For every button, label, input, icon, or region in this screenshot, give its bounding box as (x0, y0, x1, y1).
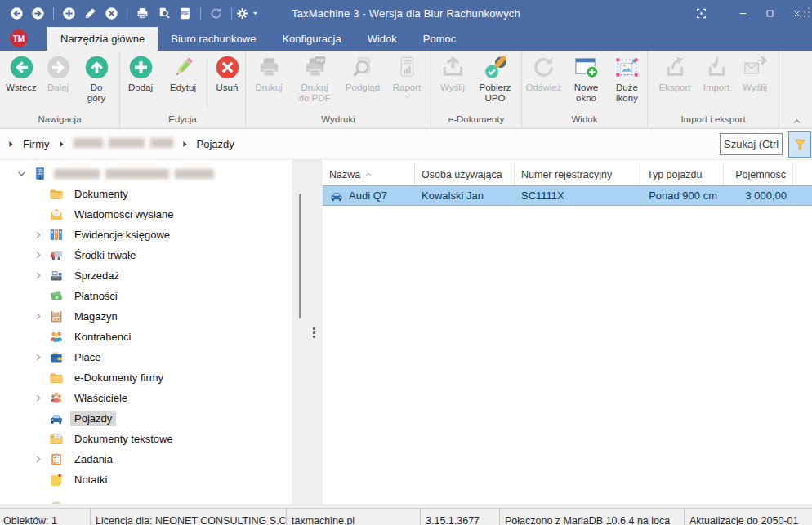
ribbon-button-wyslij[interactable]: Wyślij (736, 55, 774, 93)
ribbon-button-dodaj[interactable]: Dodaj (120, 55, 161, 93)
ribbon-button-usun[interactable]: Usuń (209, 55, 245, 93)
ribbon-button-raport[interactable]: Raport (386, 55, 428, 100)
qa-add-button[interactable] (59, 3, 79, 24)
tree-item-e-dokumenty-firmy[interactable]: e-Dokumenty firmy (0, 367, 292, 388)
breadcrumb-item-firmy[interactable]: Firmy (23, 138, 50, 150)
note-icon (49, 473, 65, 487)
tree-item-company[interactable] (0, 163, 292, 184)
ribbon-button-eksport[interactable]: Eksport (653, 55, 697, 93)
breadcrumb-item-pojazdy[interactable]: Pojazdy (197, 138, 234, 150)
tab-biuro-rachunkowe[interactable]: Biuro rachunkowe (158, 27, 269, 51)
chevron-right-icon[interactable] (33, 270, 44, 282)
ribbon-button-nowe-okno[interactable]: Nowe okno (565, 55, 608, 104)
ribbon-button-import[interactable]: Import (697, 55, 736, 93)
qa-refresh-button[interactable] (206, 3, 226, 24)
tree-item-magazyn[interactable]: Magazyn (0, 306, 292, 327)
chevron-none (33, 434, 44, 445)
ribbon-button-dalej[interactable]: Dalej (40, 55, 76, 93)
breadcrumb-row: FirmyPojazdy (0, 129, 812, 160)
chevron-right-icon[interactable] (33, 454, 44, 465)
qa-print-button[interactable] (132, 3, 153, 24)
tree-item-kontrahenci[interactable]: Kontrahenci (0, 327, 292, 347)
tab-konfiguracja[interactable]: Konfiguracja (269, 27, 354, 51)
tree-item-platnosci[interactable]: Płatności (0, 286, 292, 306)
tree-item-srodki-trwale[interactable]: Środki trwałe (0, 245, 292, 265)
tree-item-ewidencje-ksiegowe[interactable]: Ewidencje księgowe (0, 225, 292, 245)
tree-item-wlasciciele[interactable]: Właściciele (0, 388, 292, 408)
tree-item-dokumenty[interactable]: Dokumenty (0, 184, 292, 204)
app-logo[interactable]: TM (10, 29, 28, 47)
status-cell-3: 3.15.1.3677 (421, 509, 500, 525)
edit-pencil-icon (171, 55, 196, 80)
qa-print-icon (136, 7, 149, 20)
column-header-filler (793, 163, 812, 185)
close-button[interactable] (783, 0, 810, 27)
breadcrumb-item-company[interactable] (74, 138, 173, 150)
ribbon-button-drukuj-do-pdf[interactable]: PdfDrukuj do PDF (289, 55, 340, 104)
collapse-ribbon-button[interactable] (791, 115, 804, 126)
table-row-audi-q7[interactable]: Audi Q7Kowalski JanSC1111XPonad 900 cm3 … (323, 185, 812, 206)
ribbon-tabs: Narzędzia główneBiuro rachunkoweKonfigur… (47, 27, 469, 51)
toolbar-separator (200, 7, 201, 20)
qa-print-preview-button[interactable] (154, 3, 174, 24)
capture-button[interactable] (688, 0, 715, 27)
chevron-right-icon[interactable] (33, 311, 44, 323)
column-header-nazwa[interactable]: Nazwa (323, 163, 415, 185)
qa-settings-button[interactable] (237, 3, 257, 24)
breadcrumb: FirmyPojazdy (7, 129, 234, 159)
ribbon-button-do-gory[interactable]: Do góry (76, 55, 117, 104)
minimize-button[interactable] (729, 0, 756, 27)
ribbon-button-podglad[interactable]: Podgląd (340, 55, 386, 93)
search-input[interactable] (720, 133, 783, 155)
export-icon (663, 55, 688, 80)
tree-scrollbar-thumb[interactable] (299, 194, 301, 318)
qa-back-button[interactable] (7, 3, 27, 24)
chevron-none (33, 413, 44, 425)
toolbar-separator (231, 7, 232, 20)
qa-delete-button[interactable] (101, 3, 122, 24)
filter-button[interactable] (788, 131, 811, 158)
column-header-numer-rejestracyjny[interactable]: Numer rejestracyjny (515, 163, 640, 185)
column-header-pojemnosc[interactable]: Pojemność (724, 163, 793, 185)
tree-item-place[interactable]: Płace (0, 347, 292, 367)
qa-forward-button[interactable] (28, 3, 48, 24)
tree-item-zadania[interactable]: Zadania (0, 449, 292, 469)
tree-item-wiadomosci-wyslane[interactable]: Wiadomości wysłane (0, 204, 292, 225)
ribbon-button-edytuj[interactable]: Edytuj (161, 55, 205, 93)
ribbon-group-label: e-Dokumenty (431, 113, 521, 128)
ribbon-button-duze-ikony[interactable]: Duże ikony (608, 55, 647, 104)
splitter-handle[interactable] (313, 327, 315, 340)
tree-item-dokumenty-tekstowe[interactable]: Dokumenty tekstowe (0, 429, 292, 449)
cell-value: 3 000,00 (745, 189, 787, 202)
tab-narzedzia-glowne[interactable]: Narzędzia główne (47, 27, 158, 51)
tree-item-notatki[interactable]: Notatki (0, 469, 292, 490)
qa-edit-button[interactable] (80, 3, 100, 24)
chevron-right-icon[interactable] (33, 229, 44, 241)
ribbon-group-wydruki: DrukujPdfDrukuj do PDFPodglądRaportWydru… (246, 51, 431, 128)
ribbon-button-wstecz[interactable]: Wstecz (2, 55, 40, 93)
ribbon-button-drukuj[interactable]: Drukuj (248, 55, 289, 93)
breadcrumb-arrow-icon (181, 140, 190, 149)
maximize-button[interactable] (756, 0, 783, 27)
column-header-osoba-uzywajaca[interactable]: Osoba używająca (415, 163, 515, 185)
tree-item-pojazdy[interactable]: Pojazdy (0, 408, 292, 429)
up-circle-icon (84, 55, 109, 80)
send-tray-icon (440, 55, 466, 80)
delete-circle-icon (215, 55, 240, 80)
tree-item-partial[interactable] (0, 490, 292, 504)
tree-item-sprzedaz[interactable]: Sprzedaż (0, 265, 292, 286)
ribbon-button-odswiez[interactable]: Odśwież (523, 55, 565, 93)
qa-delete-icon (105, 7, 118, 20)
tab-widok[interactable]: Widok (355, 27, 410, 51)
ribbon-button-wyslij[interactable]: Wyślij (434, 55, 471, 93)
status-cell-4: Połączono z MariaDB 10.6.4 na loca (500, 509, 685, 525)
chevron-right-icon[interactable] (33, 393, 44, 404)
chevron-right-icon[interactable] (33, 250, 44, 261)
chevron-right-icon[interactable] (33, 352, 44, 363)
qa-print-pdf-button[interactable]: PDF (175, 3, 195, 24)
ribbon-group-import-i-eksport: EksportImportWyślijImport i eksport (648, 51, 779, 128)
column-header-typ-pojazdu[interactable]: Typ pojazdu (640, 163, 724, 185)
tab-pomoc[interactable]: Pomoc (410, 27, 469, 51)
ribbon-button-pobierz-upo[interactable]: Pobierz UPO (471, 55, 519, 104)
chevron-down-icon[interactable] (16, 168, 28, 180)
